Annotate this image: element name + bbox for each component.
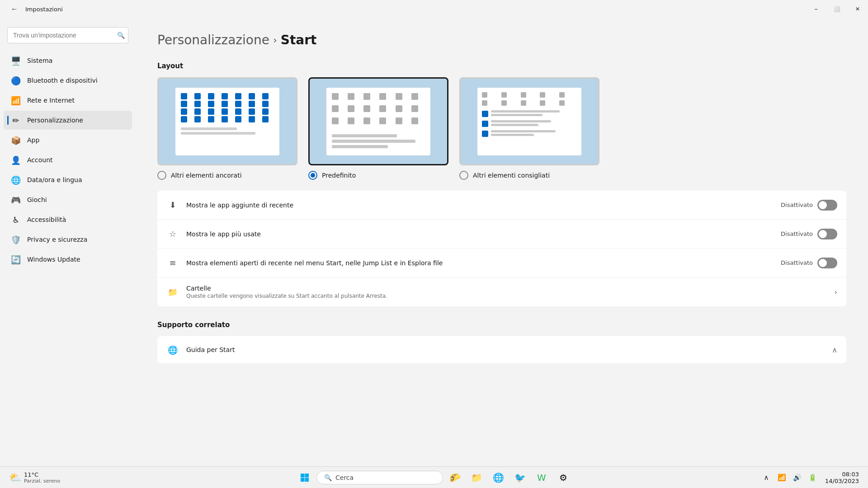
breadcrumb: Personalizzazione › Start <box>157 33 846 47</box>
recent-apps-title: Mostra le app aggiunte di recente <box>186 202 781 209</box>
taskbar-right: ∧ 📶 🔊 🔋 08:03 14/03/2023 <box>759 470 863 485</box>
recent-apps-text: Mostra le app aggiunte di recente <box>186 202 781 209</box>
taskbar-pinned-app4[interactable]: 🐦 <box>510 469 530 487</box>
network-icon[interactable]: 📶 <box>774 470 789 485</box>
weather-icon: ⛅ <box>9 472 21 483</box>
taskbar-pinned-app6[interactable]: ⚙️ <box>553 469 573 487</box>
most-used-text: Mostra le app più usate <box>186 230 781 238</box>
recent-apps-icon: ⬇ <box>166 199 179 211</box>
start-button[interactable] <box>295 469 315 487</box>
sistema-icon: 🖥️ <box>11 56 21 66</box>
cartelle-control: › <box>835 288 837 296</box>
layout-card-default[interactable]: Predefinito <box>308 77 448 180</box>
sidebar-item-dataora[interactable]: 🌐 Data/ora e lingua <box>4 170 132 189</box>
guida-chevron: ∧ <box>832 346 837 354</box>
battery-icon[interactable]: 🔋 <box>805 470 820 485</box>
taskbar-weather[interactable]: ⛅ 11°C Parzial. sereno <box>5 469 64 486</box>
search-icon[interactable]: 🔍 <box>117 32 125 39</box>
taskbar-center: 🔍 Cerca 🌮 📁 🌐 🐦 W ⚙️ <box>295 469 573 487</box>
rete-icon: 📶 <box>11 95 21 105</box>
most-used-icon: ☆ <box>166 228 179 240</box>
sidebar-label-personalizzazione: Personalizzazione <box>27 117 83 124</box>
sidebar-item-rete[interactable]: 📶 Rete e Internet <box>4 91 132 110</box>
layout-radio-more-recommended[interactable]: Altri elementi consigliati <box>459 171 599 180</box>
breadcrumb-parent[interactable]: Personalizzazione <box>157 33 269 47</box>
svg-rect-0 <box>301 474 305 478</box>
giochi-icon: 🎮 <box>11 195 21 205</box>
search-input[interactable] <box>7 27 128 43</box>
bluetooth-icon: 🔵 <box>11 75 21 85</box>
most-used-control: Disattivato <box>781 229 837 239</box>
taskbar-pinned-app2[interactable]: 📁 <box>467 469 486 487</box>
sidebar-item-personalizzazione[interactable]: ✏️ Personalizzazione <box>4 111 132 130</box>
layout-cards: Altri elementi ancorati <box>157 77 846 180</box>
title-bar: ← Impostazioni – ⬜ ✕ <box>0 0 868 18</box>
app-container: 🔍 🖥️ Sistema 🔵 Bluetooth e dispositivi 📶… <box>0 18 868 466</box>
radio-more-pins <box>157 171 166 180</box>
layout-section-title: Layout <box>157 62 846 70</box>
sidebar-label-windowsupdate: Windows Update <box>27 256 80 263</box>
settings-row-cartelle[interactable]: 📁 Cartelle Queste cartelle vengono visua… <box>157 277 846 306</box>
support-card: 🌐 Guida per Start ∧ <box>157 336 846 363</box>
recent-items-control: Disattivato <box>781 258 837 268</box>
layout-card-more-pins[interactable]: Altri elementi ancorati <box>157 77 297 180</box>
back-button[interactable]: ← <box>7 2 22 16</box>
sidebar-label-app: App <box>27 136 39 144</box>
layout-radio-more-pins[interactable]: Altri elementi ancorati <box>157 171 297 180</box>
recent-items-title: Mostra elementi aperti di recente nel me… <box>186 259 781 267</box>
recent-apps-control: Disattivato <box>781 200 837 211</box>
layout-label-more-pins: Altri elementi ancorati <box>171 172 242 179</box>
cartelle-desc: Queste cartelle vengono visualizzate su … <box>186 293 835 299</box>
maximize-button[interactable]: ⬜ <box>826 0 847 18</box>
recent-apps-toggle[interactable] <box>817 200 837 211</box>
recent-items-icon: ≡ <box>166 257 179 269</box>
taskbar-pinned-app3[interactable]: 🌐 <box>488 469 508 487</box>
svg-rect-2 <box>301 478 305 482</box>
accessibilita-icon: ♿ <box>11 215 21 225</box>
app-icon: 📦 <box>11 135 21 145</box>
sidebar-item-app[interactable]: 📦 App <box>4 131 132 150</box>
support-section-title: Supporto correlato <box>157 321 846 329</box>
sidebar-item-giochi[interactable]: 🎮 Giochi <box>4 190 132 209</box>
active-bar <box>7 116 9 125</box>
taskbar-pinned-app5[interactable]: W <box>532 469 552 487</box>
cartelle-chevron: › <box>835 288 837 296</box>
layout-card-image-default <box>308 77 448 165</box>
volume-icon[interactable]: 🔊 <box>790 470 804 485</box>
support-row-guida[interactable]: 🌐 Guida per Start ∧ <box>157 336 846 363</box>
most-used-toggle[interactable] <box>817 229 837 239</box>
layout-radio-default[interactable]: Predefinito <box>308 171 448 180</box>
clock-date: 14/03/2023 <box>825 478 859 484</box>
layout-label-more-recommended: Altri elementi consigliati <box>473 172 550 179</box>
layout-card-image-more-recommended <box>459 77 599 165</box>
personalizzazione-icon: ✏️ <box>11 115 21 125</box>
recent-items-toggle[interactable] <box>817 258 837 268</box>
sidebar-item-privacy[interactable]: 🛡️ Privacy e sicurezza <box>4 230 132 249</box>
sidebar-item-bluetooth[interactable]: 🔵 Bluetooth e dispositivi <box>4 71 132 90</box>
taskbar-search[interactable]: 🔍 Cerca <box>316 471 443 484</box>
most-used-title: Mostra le app più usate <box>186 230 781 238</box>
guida-icon: 🌐 <box>166 343 179 356</box>
close-button[interactable]: ✕ <box>847 0 868 18</box>
breadcrumb-separator: › <box>273 34 277 46</box>
tray-expand[interactable]: ∧ <box>759 470 774 485</box>
recent-apps-label: Disattivato <box>781 202 813 208</box>
settings-card: ⬇ Mostra le app aggiunte di recente Disa… <box>157 191 846 306</box>
cartelle-text: Cartelle Queste cartelle vengono visuali… <box>186 285 835 299</box>
minimize-button[interactable]: – <box>806 0 826 18</box>
guida-title: Guida per Start <box>186 346 832 353</box>
cartelle-icon: 📁 <box>166 286 179 298</box>
sidebar-label-sistema: Sistema <box>27 57 52 64</box>
sidebar-item-account[interactable]: 👤 Account <box>4 150 132 169</box>
taskbar-pinned-app1[interactable]: 🌮 <box>445 469 465 487</box>
dataora-icon: 🌐 <box>11 175 21 185</box>
clock[interactable]: 08:03 14/03/2023 <box>821 470 863 485</box>
layout-card-more-recommended[interactable]: Altri elementi consigliati <box>459 77 599 180</box>
support-section: Supporto correlato 🌐 Guida per Start ∧ <box>157 321 846 363</box>
sidebar-search-container: 🔍 <box>7 27 128 43</box>
sidebar-item-accessibilita[interactable]: ♿ Accessibilità <box>4 210 132 229</box>
breadcrumb-current: Start <box>281 33 317 47</box>
sidebar-item-windowsupdate[interactable]: 🔄 Windows Update <box>4 250 132 269</box>
main-content: Personalizzazione › Start Layout <box>136 18 868 466</box>
sidebar-item-sistema[interactable]: 🖥️ Sistema <box>4 51 132 70</box>
